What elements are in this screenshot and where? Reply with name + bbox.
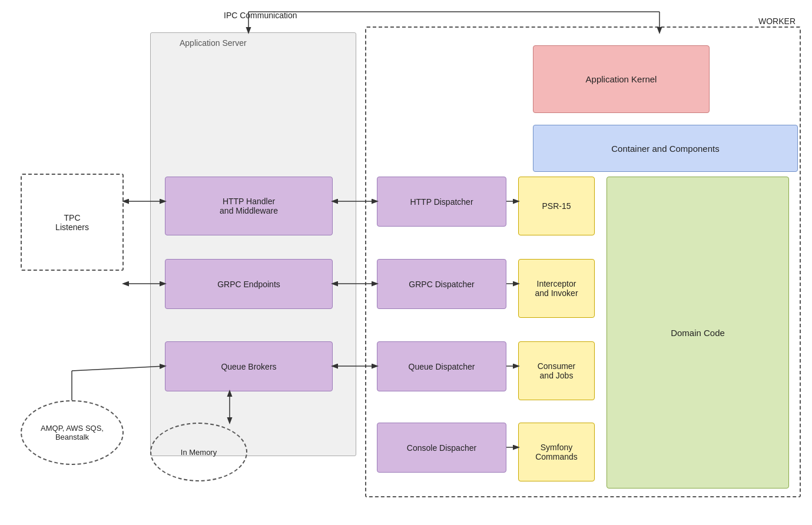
grpc-endpoints-box: GRPC Endpoints bbox=[165, 259, 333, 309]
psr15-label: PSR-15 bbox=[542, 201, 571, 211]
worker-label: WORKER bbox=[758, 16, 796, 26]
ipc-label: IPC Communication bbox=[224, 11, 297, 20]
http-dispatcher-box: HTTP Dispatcher bbox=[377, 177, 506, 227]
app-kernel-box: Application Kernel bbox=[533, 45, 710, 113]
queue-brokers-box: Queue Brokers bbox=[165, 341, 333, 391]
http-dispatcher-label: HTTP Dispatcher bbox=[410, 197, 473, 207]
symfony-commands-label: SymfonyCommands bbox=[535, 443, 578, 461]
amqp-cylinder: AMQP, AWS SQS,Beanstalk bbox=[21, 400, 124, 465]
container-components-box: Container and Components bbox=[533, 125, 798, 172]
tpc-box: TPCListeners bbox=[21, 174, 124, 271]
psr15-box: PSR-15 bbox=[518, 177, 595, 235]
consumer-jobs-box: Consumerand Jobs bbox=[518, 341, 595, 400]
in-memory-cylinder: In Memory bbox=[150, 423, 247, 481]
app-server-box bbox=[150, 32, 356, 456]
queue-dispatcher-label: Queue Dispatcher bbox=[409, 362, 475, 371]
interceptor-box: Interceptorand Invoker bbox=[518, 259, 595, 318]
diagram: IPC Communication WORKER Application Ser… bbox=[0, 0, 812, 525]
queue-dispatcher-box: Queue Dispatcher bbox=[377, 341, 506, 391]
domain-code-box: Domain Code bbox=[606, 177, 789, 489]
console-dispatcher-box: Console Dispacher bbox=[377, 423, 506, 473]
grpc-dispatcher-box: GRPC Dispatcher bbox=[377, 259, 506, 309]
domain-code-label: Domain Code bbox=[671, 328, 725, 338]
container-components-label: Container and Components bbox=[611, 144, 719, 154]
amqp-label: AMQP, AWS SQS,Beanstalk bbox=[41, 424, 104, 441]
interceptor-label: Interceptorand Invoker bbox=[535, 279, 578, 298]
in-memory-label: In Memory bbox=[181, 448, 217, 457]
grpc-endpoints-label: GRPC Endpoints bbox=[217, 280, 280, 289]
http-handler-label: HTTP Handlerand Middleware bbox=[220, 197, 278, 215]
tpc-label: TPCListeners bbox=[55, 213, 89, 232]
grpc-dispatcher-label: GRPC Dispatcher bbox=[409, 280, 474, 289]
symfony-commands-box: SymfonyCommands bbox=[518, 423, 595, 481]
queue-brokers-label: Queue Brokers bbox=[221, 362, 276, 371]
console-dispatcher-label: Console Dispacher bbox=[407, 443, 476, 453]
app-server-label: Application Server bbox=[180, 38, 247, 48]
consumer-jobs-label: Consumerand Jobs bbox=[538, 361, 576, 380]
app-kernel-label: Application Kernel bbox=[586, 74, 657, 84]
http-handler-box: HTTP Handlerand Middleware bbox=[165, 177, 333, 235]
